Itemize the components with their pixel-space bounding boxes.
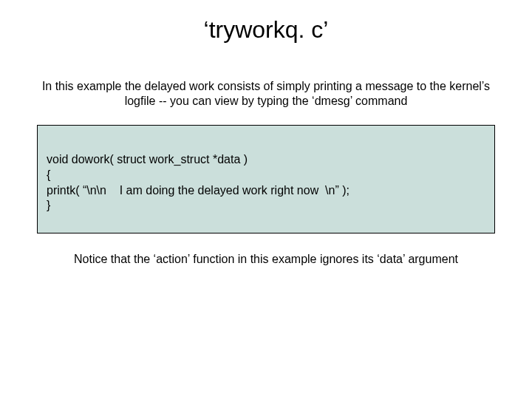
code-box: void dowork( struct work_struct *data ) … (37, 125, 495, 233)
code-line: { (47, 168, 485, 183)
code-line: void dowork( struct work_struct *data ) (47, 152, 485, 168)
slide: ‘tryworkq. c’ In this example the delaye… (0, 0, 532, 399)
slide-title: ‘tryworkq. c’ (0, 0, 532, 51)
footer-note: Notice that the ‘action’ function in thi… (30, 253, 502, 266)
intro-text: In this example the delayed work consist… (37, 79, 495, 109)
code-line: printk( “\n\n I am doing the delayed wor… (47, 183, 485, 199)
code-line: } (47, 198, 485, 214)
